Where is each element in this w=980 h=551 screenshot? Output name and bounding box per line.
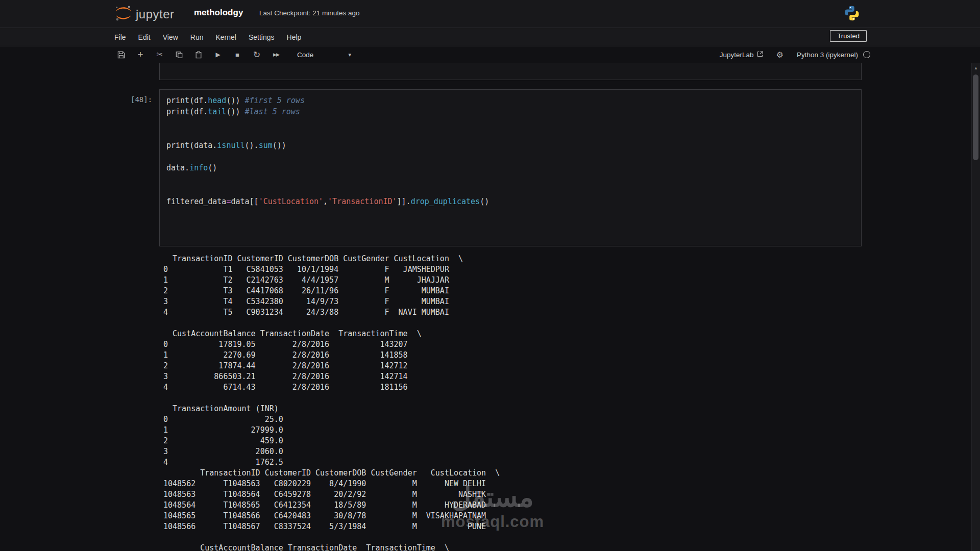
kernel-name[interactable]: Python 3 (ipykernel): [797, 51, 858, 59]
menu-items: FileEditViewRunKernelSettingsHelp: [108, 28, 307, 46]
notebook-area: [48]: print(df.head()) #first 5 rowsprin…: [0, 63, 980, 551]
chevron-down-icon: ▾: [348, 52, 351, 58]
jupyterlab-label: JupyterLab: [720, 51, 754, 59]
run-cell-icon[interactable]: ▶: [208, 48, 228, 61]
cell-execution-prompt: [48]:: [131, 95, 152, 104]
scrollbar[interactable]: ▲: [971, 63, 980, 551]
cell-type-value: Code: [297, 51, 313, 59]
menu-item-kernel[interactable]: Kernel: [209, 33, 242, 41]
paste-cell-icon[interactable]: [189, 48, 208, 61]
checkpoint-text: Last Checkpoint: 21 minutes ago: [259, 9, 360, 17]
code-line: [166, 173, 854, 185]
interrupt-kernel-icon[interactable]: ■: [228, 48, 247, 61]
code-line: print(data.isnull().sum()): [166, 140, 854, 151]
trusted-button[interactable]: Trusted: [830, 30, 867, 42]
app-header: jupyter metholodgy Last Checkpoint: 21 m…: [0, 0, 980, 28]
external-link-icon: [757, 51, 763, 59]
jupyter-wordmark: jupyter: [136, 7, 175, 21]
save-icon[interactable]: [111, 48, 131, 61]
code-line: print(df.head()) #first 5 rows: [166, 95, 854, 106]
menu-item-view[interactable]: View: [157, 33, 184, 41]
toolbar-right: JupyterLab ⚙ Python 3 (ipykernel): [720, 46, 870, 63]
add-cell-icon[interactable]: +: [131, 48, 150, 61]
code-line: [166, 230, 854, 241]
cut-cell-icon[interactable]: ✂: [150, 48, 169, 61]
menu-item-help[interactable]: Help: [281, 33, 308, 41]
toolbar: + ✂ ▶ ■ ↻ ▶▶ Code ▾ JupyterLab: [0, 46, 980, 63]
toolbar-left: + ✂ ▶ ■ ↻ ▶▶ Code ▾: [111, 46, 355, 63]
code-line: [166, 185, 854, 196]
jupyter-logo[interactable]: jupyter: [115, 5, 175, 23]
code-line: [166, 151, 854, 162]
code-editor[interactable]: print(df.head()) #first 5 rowsprint(df.t…: [159, 89, 862, 246]
code-line: [166, 218, 854, 230]
notebook-title[interactable]: metholodgy: [194, 8, 243, 18]
scrollbar-thumb[interactable]: [973, 74, 978, 160]
menu-item-run[interactable]: Run: [184, 33, 210, 41]
code-line: [166, 207, 854, 218]
python-logo-icon: [843, 5, 861, 24]
restart-run-all-icon[interactable]: ▶▶: [266, 48, 286, 61]
code-line: [166, 117, 854, 129]
jupyter-app: jupyter metholodgy Last Checkpoint: 21 m…: [0, 0, 980, 551]
menu-item-file[interactable]: File: [108, 33, 132, 41]
code-line: [166, 129, 854, 140]
code-line: filtered_data=data[['CustLocation','Tran…: [166, 196, 854, 207]
restart-kernel-icon[interactable]: ↻: [247, 48, 266, 61]
settings-gear-icon[interactable]: ⚙: [776, 50, 783, 60]
code-line: data.info(): [166, 162, 854, 173]
menu-item-edit[interactable]: Edit: [132, 33, 157, 41]
cell-output: TransactionID CustomerID CustomerDOB Cus…: [163, 254, 500, 551]
copy-cell-icon[interactable]: [169, 48, 189, 61]
kernel-status-icon[interactable]: [863, 51, 870, 58]
jupyterlab-link[interactable]: JupyterLab: [720, 51, 763, 59]
scroll-up-arrow-icon[interactable]: ▲: [972, 64, 980, 71]
cell-type-dropdown[interactable]: Code ▾: [293, 48, 355, 61]
menu-bar: FileEditViewRunKernelSettingsHelp Truste…: [0, 28, 980, 46]
previous-cell-input[interactable]: [159, 63, 862, 80]
code-line: print(df.tail()) #last 5 rows: [166, 106, 854, 117]
menu-item-settings[interactable]: Settings: [242, 33, 281, 41]
jupyter-planet-icon: [115, 5, 132, 23]
